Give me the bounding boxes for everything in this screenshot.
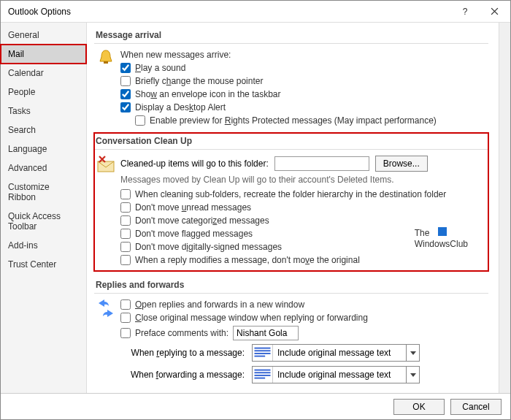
- dialog-body: General Mail Calendar People Tasks Searc…: [1, 23, 510, 393]
- section-header: Conversation Clean Up: [94, 133, 488, 150]
- svg-rect-8: [255, 375, 271, 376]
- svg-rect-5: [255, 356, 266, 357]
- envelope-icon-checkbox[interactable]: [120, 89, 131, 99]
- window-title: Outlook Options: [8, 7, 450, 17]
- reply-modifies-checkbox[interactable]: [120, 255, 131, 265]
- dont-move-flagged-label: Don't move flagged messages: [135, 229, 253, 239]
- dont-move-unread-checkbox[interactable]: [120, 202, 131, 213]
- recreate-hierarchy-label: When cleaning sub-folders, recreate the …: [135, 189, 446, 199]
- reply-modifies-label: When a reply modifies a message, don't m…: [135, 255, 360, 265]
- change-pointer-label: Briefly change the mouse pointer: [135, 76, 263, 86]
- svg-rect-4: [255, 353, 271, 354]
- when-forwarding-label: When forwarding a message:: [120, 370, 245, 380]
- vertical-scrollbar[interactable]: [499, 23, 510, 393]
- dont-move-unread-label: Don't move unread messages: [135, 202, 251, 213]
- dialog-footer: OK Cancel: [1, 393, 510, 419]
- svg-rect-9: [255, 378, 266, 379]
- play-sound-checkbox[interactable]: [120, 63, 131, 73]
- sidebar-item-add-ins[interactable]: Add-ins: [1, 236, 86, 255]
- preface-input[interactable]: [233, 326, 299, 340]
- when-replying-combo[interactable]: Include original message text: [252, 344, 420, 362]
- sidebar-item-people[interactable]: People: [1, 83, 86, 102]
- section-header: Replies and forwards: [94, 277, 488, 294]
- open-new-window-label: Open replies and forwards in a new windo…: [135, 299, 304, 310]
- sidebar-item-search[interactable]: Search: [1, 121, 86, 140]
- sidebar-item-general[interactable]: General: [1, 26, 86, 45]
- svg-rect-2: [255, 348, 271, 349]
- text-lines-icon: [253, 345, 273, 361]
- close-button[interactable]: [480, 1, 509, 22]
- dont-move-categorized-label: Don't move categorized messages: [135, 215, 269, 226]
- sidebar-item-mail[interactable]: Mail: [1, 45, 86, 64]
- sidebar-item-trust-center[interactable]: Trust Center: [1, 255, 86, 274]
- section-message-arrival: Message arrival When new messages arrive…: [94, 27, 488, 127]
- rights-preview-checkbox[interactable]: [135, 115, 145, 126]
- close-original-label: Close original message window when reply…: [135, 313, 368, 323]
- sidebar-item-advanced[interactable]: Advanced: [1, 159, 86, 177]
- when-replying-label: When replying to a message:: [120, 348, 245, 358]
- browse-button[interactable]: Browse...: [375, 156, 428, 172]
- desktop-alert-checkbox[interactable]: [120, 102, 131, 112]
- recreate-hierarchy-checkbox[interactable]: [120, 189, 131, 199]
- bell-icon: [96, 48, 116, 69]
- desktop-alert-label: Display a Desktop Alert: [135, 102, 226, 112]
- play-sound-label: Play a sound: [135, 63, 185, 73]
- section-header: Message arrival: [94, 27, 488, 44]
- dont-move-categorized-checkbox[interactable]: [120, 215, 131, 226]
- close-icon: [491, 7, 499, 15]
- ok-button[interactable]: OK: [393, 399, 445, 415]
- cancel-button[interactable]: Cancel: [450, 399, 502, 415]
- envelope-delete-icon: [96, 154, 116, 175]
- cleanup-help-text: Messages moved by Clean Up will go to th…: [120, 173, 488, 188]
- change-pointer-checkbox[interactable]: [120, 76, 131, 86]
- close-original-checkbox[interactable]: [120, 313, 131, 323]
- dont-move-signed-label: Don't move digitally-signed messages: [135, 242, 282, 252]
- dont-move-flagged-checkbox[interactable]: [120, 229, 131, 239]
- content-pane[interactable]: Message arrival When new messages arrive…: [87, 23, 499, 393]
- dont-move-signed-checkbox[interactable]: [120, 242, 131, 252]
- rights-preview-label: Enable preview for Rights Protected mess…: [150, 115, 437, 126]
- sidebar-item-calendar[interactable]: Calendar: [1, 64, 86, 83]
- chevron-down-icon: [406, 345, 419, 361]
- section-replies-forwards: Replies and forwards Open replies and fo…: [94, 277, 488, 386]
- cleanup-folder-label: Cleaned-up items will go to this folder:: [120, 159, 269, 169]
- titlebar: Outlook Options ?: [1, 1, 510, 23]
- sidebar-item-customize-ribbon[interactable]: Customize Ribbon: [1, 177, 86, 207]
- when-forwarding-combo[interactable]: Include original message text: [252, 366, 420, 383]
- help-button[interactable]: ?: [450, 1, 480, 22]
- preface-label: Preface comments with:: [135, 328, 228, 338]
- svg-rect-3: [255, 350, 271, 351]
- svg-rect-0: [104, 61, 108, 64]
- envelope-icon-label: Show an envelope icon in the taskbar: [135, 89, 280, 99]
- svg-rect-7: [255, 372, 271, 373]
- sidebar: General Mail Calendar People Tasks Searc…: [1, 23, 87, 393]
- open-new-window-checkbox[interactable]: [120, 299, 131, 310]
- section-conversation-cleanup: Conversation Clean Up Cleaned-up items w…: [94, 133, 488, 271]
- dialog-window: Outlook Options ? General Mail Calendar …: [0, 0, 511, 420]
- chevron-down-icon: [406, 367, 419, 383]
- reply-forward-icon: [96, 298, 116, 318]
- preface-checkbox[interactable]: [120, 328, 131, 338]
- sidebar-item-quick-access-toolbar[interactable]: Quick Access Toolbar: [1, 207, 86, 236]
- sidebar-item-tasks[interactable]: Tasks: [1, 102, 86, 121]
- svg-rect-6: [255, 370, 271, 371]
- sidebar-item-language[interactable]: Language: [1, 140, 86, 159]
- text-lines-icon: [253, 367, 273, 383]
- arrival-intro: When new messages arrive:: [120, 48, 488, 61]
- cleanup-folder-input[interactable]: [274, 156, 369, 171]
